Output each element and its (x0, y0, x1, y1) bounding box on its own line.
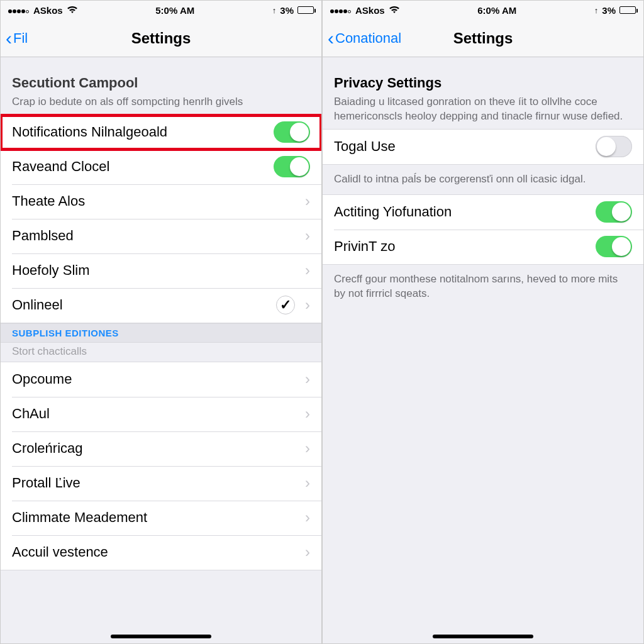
battery-icon (297, 6, 314, 14)
chevron-right-icon: › (305, 509, 310, 526)
page-title: Settings (1, 30, 321, 47)
setting-row[interactable]: Onlineel› (1, 288, 321, 323)
wifi-icon (67, 5, 78, 16)
row-label: Protall Ľive (12, 475, 299, 491)
toggle-switch[interactable] (596, 201, 632, 223)
back-label: Fil (13, 30, 28, 47)
row-label: Accuil vestence (12, 544, 299, 560)
section-header: Secutiont Campool Crap io bedute on als … (1, 57, 321, 114)
upload-arrow-icon: ↑ (272, 6, 277, 15)
home-indicator[interactable] (111, 635, 211, 638)
chevron-right-icon: › (305, 543, 310, 561)
back-button[interactable]: ‹ Fil (1, 29, 28, 48)
row-label: Actiting Yiofunation (334, 204, 596, 220)
home-indicator[interactable] (433, 635, 533, 638)
row-label: Hoefoly Slim (12, 262, 299, 279)
section-footer: Crecff gour monthese notitalnom sarıns, … (323, 265, 643, 309)
status-bar: ASkos 5:0% AM ↑ 3% (1, 1, 321, 19)
chevron-left-icon: ‹ (6, 29, 12, 48)
toggle-switch[interactable] (274, 121, 310, 143)
section-footer: Calidl to intna paĺs be corgerensťi onn … (323, 165, 643, 194)
setting-row[interactable]: Opcoume› (1, 362, 321, 397)
section-title: Secutiont Campool (12, 75, 310, 91)
setting-row[interactable]: PrivinT zo (323, 230, 643, 264)
row-label: Raveand Clocel (12, 158, 274, 175)
row-label: Onlineel (12, 297, 276, 313)
checkmark-icon (276, 296, 295, 314)
row-label: Pamblsed (12, 228, 299, 244)
setting-row[interactable]: Climmate Meadement› (1, 501, 321, 535)
row-label: Climmate Meadement (12, 509, 299, 526)
setting-row[interactable]: Theate Alos› (1, 184, 321, 219)
row-label: PrivinT zo (334, 238, 596, 255)
section-description: Baiading u litcased gonration on theve í… (334, 95, 632, 124)
chevron-right-icon: › (305, 296, 310, 314)
clock-label: 5:0% AM (155, 5, 194, 16)
section-subnote: Stort chacticalls (1, 343, 321, 362)
chevron-right-icon: › (305, 474, 310, 492)
toggle-switch[interactable] (596, 136, 632, 157)
setting-row[interactable]: Protall Ľive› (1, 466, 321, 501)
section-description: Crap io bedute on als off sompcting henr… (12, 95, 310, 109)
row-label: Croleńricag (12, 440, 299, 457)
clock-label: 6:0% AM (477, 5, 516, 16)
toggle-switch[interactable] (596, 236, 632, 257)
back-button[interactable]: ‹ Conational (323, 29, 401, 48)
setting-row[interactable]: Accuil vestence› (1, 535, 321, 570)
chevron-right-icon: › (305, 262, 310, 279)
chevron-right-icon: › (305, 192, 310, 210)
upload-arrow-icon: ↑ (594, 6, 599, 15)
chevron-right-icon: › (305, 405, 310, 423)
section-header: Privacy Settings Baiading u litcased gon… (323, 57, 643, 129)
setting-row[interactable]: Raveand Clocel (1, 150, 321, 184)
row-label: Notifications Nilnalgeoald (12, 124, 274, 140)
back-label: Conational (335, 30, 401, 47)
chevron-left-icon: ‹ (328, 29, 334, 48)
signal-dots-icon (8, 6, 30, 15)
setting-row[interactable]: Actiting Yiofunation (323, 195, 643, 230)
section-header-subplish: SUBPLISH EDITIONES (1, 323, 321, 343)
carrier-label: ASkos (355, 5, 385, 16)
setting-row[interactable]: ChAul› (1, 397, 321, 431)
carrier-label: ASkos (33, 5, 63, 16)
battery-percent: 3% (602, 5, 616, 16)
wifi-icon (389, 5, 400, 16)
status-bar: ASkos 6:0% AM ↑ 3% (323, 1, 643, 19)
nav-bar: ‹ Conational Settings (323, 19, 643, 57)
section-title: Privacy Settings (334, 75, 632, 91)
battery-percent: 3% (280, 5, 294, 16)
chevron-right-icon: › (305, 227, 310, 245)
row-label: ChAul (12, 406, 299, 422)
chevron-right-icon: › (305, 440, 310, 457)
signal-dots-icon (330, 6, 352, 15)
nav-bar: ‹ Fil Settings (1, 19, 321, 57)
row-label: Theate Alos (12, 193, 299, 209)
row-label: Opcoume (12, 371, 299, 387)
toggle-switch[interactable] (274, 156, 310, 177)
setting-row[interactable]: Notifications Nilnalgeoald (1, 115, 321, 150)
row-label: Togal Use (334, 138, 596, 155)
battery-icon (619, 6, 636, 14)
setting-row[interactable]: Pamblsed› (1, 219, 321, 253)
setting-row[interactable]: Togal Use (323, 130, 643, 164)
setting-row[interactable]: Croleńricag› (1, 431, 321, 466)
setting-row[interactable]: Hoefoly Slim› (1, 253, 321, 288)
chevron-right-icon: › (305, 370, 310, 388)
